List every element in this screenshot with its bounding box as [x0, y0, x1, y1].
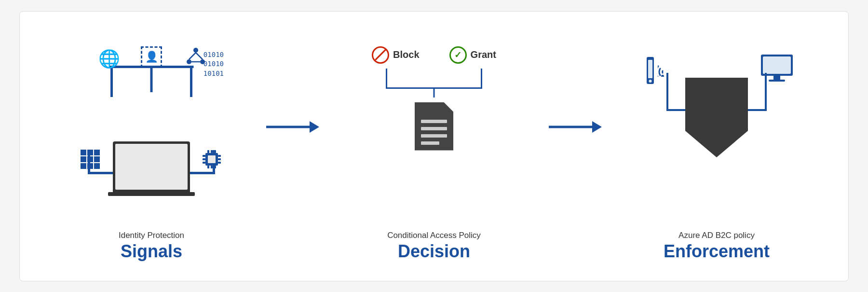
svg-rect-10 [87, 156, 93, 162]
svg-rect-14 [94, 163, 100, 169]
svg-rect-33 [648, 60, 652, 78]
signals-main-label: Signals [121, 241, 182, 262]
svg-rect-18 [203, 158, 205, 160]
decision-label-area: Conditional Access Policy Decision [387, 231, 481, 262]
decision-column: Block ✓ Grant [322, 21, 546, 271]
top-center-stem [150, 66, 153, 92]
svg-rect-8 [94, 150, 100, 155]
signals-column: 🌐 👤 01010 0101 [39, 21, 264, 271]
decision-main-label: Decision [398, 241, 470, 262]
chip-icon [202, 149, 222, 173]
dec-line-down [434, 87, 435, 97]
svg-rect-6 [81, 150, 86, 155]
arrow-1 [264, 117, 322, 175]
block-label: Block [393, 49, 419, 60]
enf-arm-right-v [765, 73, 767, 111]
doc-line-1 [421, 120, 447, 123]
svg-rect-13 [87, 163, 93, 169]
enforcement-sub-label: Azure AD B2C policy [678, 231, 755, 240]
grant-label: Grant [471, 49, 496, 60]
top-right-stem [190, 68, 192, 97]
decision-lines [352, 69, 516, 97]
dec-line-left [386, 69, 387, 88]
svg-rect-23 [207, 150, 209, 153]
globe-icon: 🌐 [98, 49, 120, 69]
decision-options: Block ✓ Grant [352, 46, 516, 64]
svg-rect-22 [218, 162, 221, 164]
svg-rect-17 [203, 155, 205, 157]
laptop-base [108, 192, 195, 196]
doc-line-4 [421, 141, 439, 145]
enf-arm-left-v [666, 73, 668, 111]
svg-rect-25 [214, 150, 216, 153]
svg-point-35 [661, 75, 664, 77]
signals-illustration: 🌐 👤 01010 0101 [74, 46, 229, 201]
grant-icon: ✓ [449, 46, 467, 64]
laptop-screen-inner [115, 144, 188, 190]
shield-icon [680, 73, 753, 162]
doc-line-3 [421, 134, 447, 138]
svg-rect-38 [773, 76, 780, 80]
svg-marker-30 [310, 121, 319, 133]
svg-rect-12 [81, 163, 86, 169]
svg-rect-7 [87, 150, 93, 155]
svg-point-1 [187, 59, 191, 64]
svg-rect-20 [218, 155, 221, 157]
svg-rect-16 [208, 155, 216, 163]
svg-rect-28 [214, 166, 216, 168]
svg-rect-9 [81, 156, 86, 162]
svg-line-4 [196, 53, 203, 59]
svg-rect-21 [218, 158, 221, 160]
signals-label-area: Identity Protection Signals [119, 231, 184, 262]
doc-line-2 [421, 127, 447, 130]
signals-sub-label: Identity Protection [119, 231, 184, 240]
svg-rect-19 [203, 162, 205, 164]
svg-rect-26 [207, 166, 209, 168]
network-icon [186, 47, 205, 69]
enforcement-main-label: Enforcement [664, 241, 770, 262]
decision-icon-area: Block ✓ Grant [352, 21, 516, 226]
document-icon [412, 97, 456, 151]
decision-sub-label: Conditional Access Policy [387, 231, 481, 240]
diagram-container: 🌐 👤 01010 0101 [19, 11, 849, 281]
enforcement-label-area: Azure AD B2C policy Enforcement [664, 231, 770, 262]
arrow-2 [546, 117, 604, 175]
person-frame-icon: 👤 [141, 46, 162, 68]
svg-rect-39 [769, 80, 785, 82]
enforcement-icon-area [630, 21, 803, 226]
decision-illustration: Block ✓ Grant [352, 46, 516, 201]
svg-rect-27 [211, 166, 213, 168]
binary-icon: 01010 01010 10101 [203, 50, 224, 79]
svg-point-34 [649, 80, 652, 83]
enforcement-column: Azure AD B2C policy Enforcement [604, 21, 829, 271]
top-left-stem [110, 68, 113, 97]
enforcement-illustration [630, 46, 803, 201]
doc-body [415, 102, 453, 151]
svg-rect-11 [94, 156, 100, 162]
signals-icon-area: 🌐 👤 01010 0101 [74, 21, 229, 226]
dec-line-right [481, 69, 482, 88]
svg-rect-37 [763, 56, 791, 74]
svg-line-3 [189, 53, 196, 59]
svg-marker-32 [592, 121, 602, 133]
block-item: Block [372, 46, 419, 64]
block-icon [372, 46, 389, 64]
grid-icon [80, 149, 100, 173]
doc-lines [421, 120, 447, 145]
laptop-screen-outer [113, 141, 190, 192]
grant-item: ✓ Grant [449, 46, 496, 64]
svg-rect-24 [211, 150, 213, 153]
svg-point-0 [193, 48, 198, 53]
